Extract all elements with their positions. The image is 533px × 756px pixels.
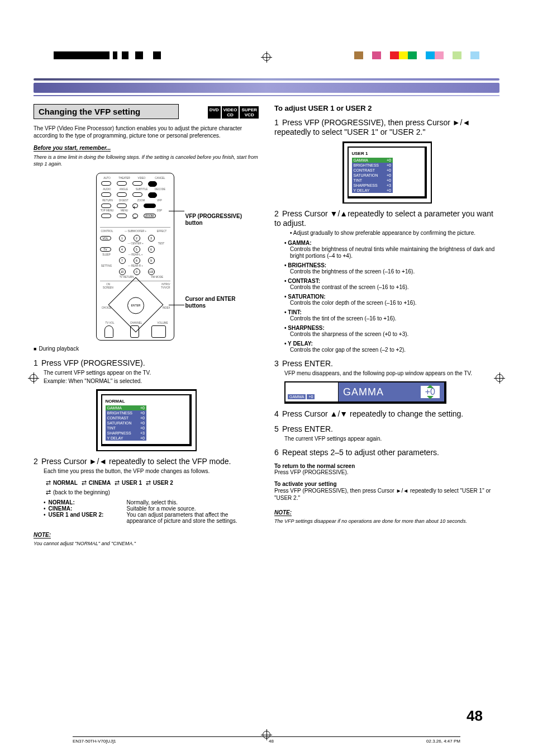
page-number: 48: [467, 707, 483, 725]
right-column: To adjust USER 1 or USER 2 1Press VFP (P…: [274, 104, 499, 547]
right-step-3a: VFP menu disappears, and the following p…: [284, 370, 499, 377]
adjust-title: To adjust USER 1 or USER 2: [274, 104, 499, 112]
left-step-2a: Each time you press the button, the VFP …: [44, 467, 259, 475]
right-step-4: 4Press Cursor ▲/▼ repeatedly to change t…: [274, 409, 499, 419]
return-title: To return to the normal screen: [274, 463, 499, 469]
right-step-3: 3Press ENTER.: [274, 359, 499, 368]
left-note-text: You cannot adjust "NORMAL" and "CINEMA.": [34, 540, 259, 547]
mode-descriptions: NORMAL:Normally, select this. CINEMA:Sui…: [44, 499, 259, 524]
vfp-screen-normal: NORMAL GAMMA+0BRIGHTNESS+0CONTRAST+0SATU…: [96, 389, 197, 451]
before-you-start-text: There is a time limit in doing the follo…: [34, 154, 259, 167]
section-title: Changing the VFP setting: [34, 104, 179, 119]
left-step-1: 1Press VFP (PROGRESSIVE).: [34, 358, 259, 368]
callout-vfp: VFP (PROGRESSIVE) button: [185, 213, 247, 226]
right-step-1: 1Press VFP (PROGRESSIVE), then press Cur…: [274, 118, 499, 137]
right-step-2a: • Adjust gradually to show preferable ap…: [290, 229, 499, 237]
return-text: Press VFP (PROGRESSIVE).: [274, 469, 499, 475]
mode-cycle: NORMAL CINEMA USER 1 USER 2 (back to the…: [44, 478, 259, 497]
right-note-text: The VFP settings disappear if no operati…: [274, 518, 499, 525]
footer: EN37-50TH-V70[UJ]1 48 02.3.26, 4:47 PM: [73, 736, 460, 744]
left-step-2: 2Press Cursor ►/◄ repeatedly to select t…: [34, 457, 259, 466]
disc-badges: DVD VIDEOCD SUPERVCD: [208, 106, 259, 119]
right-note-label: NOTE:: [274, 509, 292, 516]
right-step-6: 6Repeat steps 2–5 to adjust other parame…: [274, 448, 499, 457]
during-playback: During playback: [34, 345, 259, 353]
intro-text: The VFP (Video Fine Processor) function …: [34, 125, 259, 139]
left-note-label: NOTE:: [34, 532, 51, 538]
before-you-start-label: Before you start, remember...: [34, 145, 111, 152]
left-step-1b: Example: When "NORMAL" is selected.: [44, 377, 259, 385]
callout-cursor-enter: Cursor and ENTER buttons: [185, 296, 247, 309]
left-step-1a: The current VFP settings appear on the T…: [44, 369, 259, 376]
remote-illustration: AUTO THEATER VIDEO CANCEL AUDIO ANG: [74, 173, 219, 341]
footer-right: 02.3.26, 4:47 PM: [426, 739, 460, 744]
color-bar-right: [354, 51, 479, 59]
gamma-popup: GAMMA+0 GAMMA +0: [284, 381, 446, 404]
registration-mark-right: [494, 372, 505, 384]
vfp-screen-user1: USER 1 GAMMA+0BRIGHTNESS+0CONTRAST+0SATU…: [342, 141, 432, 204]
badge-vcd: VIDEOCD: [222, 106, 239, 119]
right-step-5a: The current VFP settings appear again.: [284, 435, 499, 442]
right-step-5: 5Press ENTER.: [274, 424, 499, 434]
left-column: Changing the VFP setting DVD VIDEOCD SUP…: [34, 104, 259, 547]
footer-left: EN37-50TH-V70[UJ]1: [73, 739, 116, 744]
bw-bar-left: [54, 51, 161, 59]
right-step-2: 2Press Cursor ▼/▲repeatedly to select a …: [274, 209, 499, 228]
registration-mark-left: [28, 372, 39, 384]
footer-mid: 48: [269, 739, 274, 744]
activate-title: To activate your setting: [274, 481, 499, 487]
registration-mark-top: [261, 51, 272, 63]
header-decor: [34, 78, 499, 96]
parameter-list: GAMMA:Controls the brightness of neutral…: [284, 240, 499, 353]
activate-text: Press VFP (PROGRESSIVE), then press Curs…: [274, 487, 499, 502]
badge-dvd: DVD: [208, 106, 221, 119]
badge-svcd: SUPERVCD: [240, 106, 259, 119]
